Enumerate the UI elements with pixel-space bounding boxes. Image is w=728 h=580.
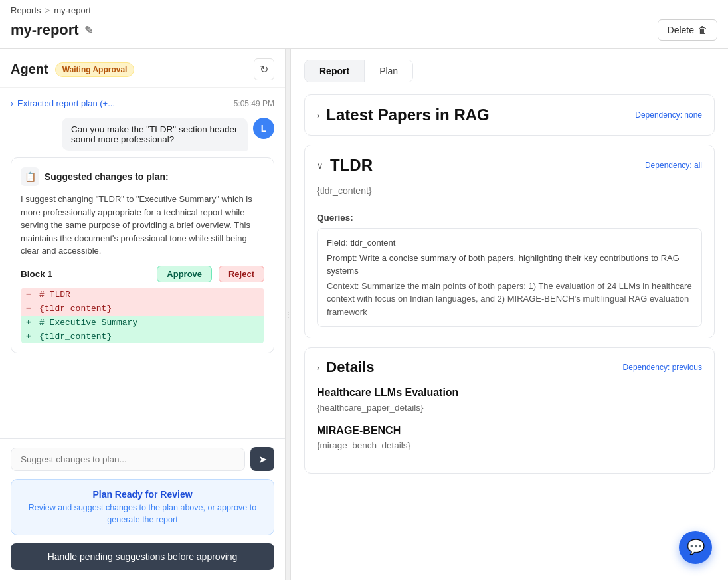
section-latest-papers-header[interactable]: › Latest Papers in RAG Dependency: none [305, 95, 714, 135]
diff-line-added-1: + # Executive Summary [21, 316, 264, 330]
left-panel: Agent Waiting Approval ↻ › Extracted rep… [0, 49, 286, 580]
section-latest-papers: › Latest Papers in RAG Dependency: none [304, 94, 715, 136]
extracted-row: › Extracted report plan (+... 5:05:49 PM [11, 96, 274, 111]
diff-removed-text-1: # TLDR [39, 290, 70, 300]
tldr-template-var: {tldr_content} [317, 185, 702, 196]
right-panel: Report Plan › Latest Papers in RAG Depen… [291, 49, 728, 580]
healthcare-var: {healthcare_paper_details} [317, 403, 702, 413]
diff-line-removed-2: − {tldr_content} [21, 302, 264, 316]
diff-plus-icon: + [26, 318, 35, 328]
block-actions: Approve Reject [157, 266, 264, 282]
dependency-badge-tldr: Dependency: all [645, 161, 702, 170]
waiting-approval-badge: Waiting Approval [55, 62, 135, 77]
avatar: L [253, 118, 274, 139]
panel-divider[interactable]: ⋮ [286, 49, 291, 580]
suggestion-title: Suggested changes to plan: [45, 171, 169, 182]
agent-title-row: Agent Waiting Approval [11, 62, 134, 77]
dependency-badge-details: Dependency: previous [623, 363, 702, 372]
page-title-text: my-report [11, 21, 79, 39]
input-area: ➤ [0, 438, 285, 479]
section-details: › Details Dependency: previous Healthcar… [304, 347, 715, 474]
block-header: Block 1 Approve Reject [21, 266, 264, 282]
chat-area: › Extracted report plan (+... 5:05:49 PM… [0, 88, 285, 438]
diff-minus-icon: − [26, 290, 35, 300]
delete-label: Delete [668, 25, 694, 35]
chevron-right-icon-latest: › [317, 110, 319, 120]
chevron-down-icon-tldr: ∨ [317, 161, 323, 171]
page-title-row: my-report ✎ Delete 🗑 [11, 19, 717, 41]
tldr-title: TLDR [330, 156, 373, 175]
breadcrumb-reports[interactable]: Reports [11, 5, 41, 15]
refresh-icon: ↻ [260, 63, 268, 76]
send-icon: ➤ [258, 453, 267, 466]
reject-button[interactable]: Reject [219, 266, 264, 282]
chat-bubble-button[interactable]: 💬 [679, 531, 712, 564]
query-box: Field: tldr_content Prompt: Write a conc… [317, 228, 702, 327]
top-bar: Reports > my-report my-report ✎ Delete 🗑 [0, 0, 728, 49]
section-details-header[interactable]: › Details Dependency: previous [305, 348, 714, 387]
agent-label: Agent [11, 62, 48, 77]
mirage-title: MIRAGE-BENCH [317, 425, 702, 436]
delete-button[interactable]: Delete 🗑 [658, 19, 717, 41]
page-title: my-report ✎ [11, 21, 93, 39]
latest-papers-title: Latest Papers in RAG [326, 106, 489, 124]
diff-added-text-1: # Executive Summary [39, 318, 137, 328]
tldr-body: {tldr_content} Queries: Field: tldr_cont… [305, 185, 714, 338]
chat-bubble-icon: 💬 [687, 539, 705, 556]
diff-plus-icon-2: + [26, 332, 35, 341]
tab-report[interactable]: Report [305, 60, 365, 82]
section-title-row: › Latest Papers in RAG [317, 106, 490, 124]
healthcare-title: Healthcare LLMs Evaluation [317, 387, 702, 399]
tldr-title-row: ∨ TLDR [317, 156, 373, 175]
mirage-var: {mirage_bench_details} [317, 440, 702, 450]
subsection-healthcare: Healthcare LLMs Evaluation {healthcare_p… [317, 387, 702, 413]
diff-added-text-2: {tldr_content} [39, 332, 112, 341]
suggestion-card: 📋 Suggested changes to plan: I suggest c… [11, 157, 274, 353]
refresh-button[interactable]: ↻ [254, 58, 274, 80]
diff-block: − # TLDR − {tldr_content} + # Executive … [21, 288, 264, 343]
breadcrumb-separator: > [45, 5, 50, 15]
breadcrumb: Reports > my-report [11, 5, 717, 15]
details-title-row: › Details [317, 359, 375, 376]
delete-trash-icon: 🗑 [698, 25, 707, 35]
send-button[interactable]: ➤ [250, 447, 274, 471]
diff-minus-icon-2: − [26, 304, 35, 314]
extracted-link[interactable]: › Extracted report plan (+... [11, 98, 115, 108]
main-layout: Agent Waiting Approval ↻ › Extracted rep… [0, 49, 728, 580]
chevron-right-icon: › [11, 99, 13, 108]
dependency-badge-latest: Dependency: none [635, 110, 702, 120]
plan-ready-box: Plan Ready for Review Review and suggest… [11, 479, 274, 535]
block-label: Block 1 [21, 269, 52, 279]
plan-ready-desc: Review and suggest changes to the plan a… [22, 502, 263, 526]
diff-removed-text-2: {tldr_content} [39, 304, 112, 314]
query-prompt: Prompt: Write a concise summary of both … [327, 252, 692, 278]
chevron-right-icon-details: › [317, 363, 319, 373]
tabs-row: Report Plan [304, 60, 413, 82]
diff-line-added-2: + {tldr_content} [21, 330, 264, 343]
section-tldr-header[interactable]: ∨ TLDR Dependency: all [305, 145, 714, 185]
extracted-link-text: Extracted report plan (+... [17, 98, 115, 108]
section-tldr: ∨ TLDR Dependency: all {tldr_content} Qu… [304, 145, 715, 338]
agent-header: Agent Waiting Approval ↻ [0, 49, 285, 88]
diff-line-removed-1: − # TLDR [21, 288, 264, 302]
user-message-row: Can you make the "TLDR" section header s… [11, 118, 274, 151]
details-title: Details [326, 359, 374, 376]
suggest-input[interactable] [11, 448, 245, 471]
query-context: Context: Summarize the main points of bo… [327, 280, 692, 319]
extracted-time: 5:05:49 PM [234, 99, 274, 108]
plan-ready-title: Plan Ready for Review [22, 489, 263, 500]
handle-pending-button[interactable]: Handle pending suggestions before approv… [11, 543, 274, 570]
edit-icon[interactable]: ✎ [84, 24, 93, 37]
user-message: Can you make the "TLDR" section header s… [62, 118, 248, 151]
suggestion-body: I suggest changing "TLDR" to "Executive … [21, 193, 264, 258]
clipboard-icon: 📋 [21, 167, 39, 186]
query-field: Field: tldr_content [327, 237, 692, 250]
tab-plan[interactable]: Plan [365, 60, 412, 82]
subsection-mirage: MIRAGE-BENCH {mirage_bench_details} [317, 425, 702, 450]
details-body: Healthcare LLMs Evaluation {healthcare_p… [305, 387, 714, 473]
approve-button[interactable]: Approve [157, 266, 212, 282]
breadcrumb-current: my-report [54, 5, 91, 15]
suggestion-header: 📋 Suggested changes to plan: [21, 167, 264, 186]
queries-label: Queries: [317, 213, 702, 223]
